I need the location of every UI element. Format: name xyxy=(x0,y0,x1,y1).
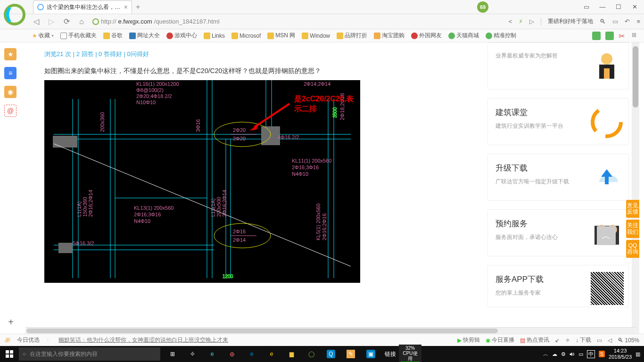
ime-indicator[interactable]: 中 xyxy=(587,350,595,358)
bookmark-item[interactable]: 品牌打折 xyxy=(337,32,367,40)
card-expert[interactable]: 业界最权威专家为您解答 xyxy=(487,42,629,90)
ime-icon[interactable]: S xyxy=(599,351,605,357)
cortana-search[interactable]: ○ 在这里输入你要搜索的内容 xyxy=(19,347,160,361)
bookmark-item[interactable]: Microsof xyxy=(231,33,261,39)
sidebar-fav-icon[interactable]: ★ xyxy=(4,48,17,60)
scrollbar-thumb[interactable] xyxy=(26,329,498,333)
notifications-icon[interactable]: ▥ xyxy=(636,351,640,357)
sidebar-weibo-icon[interactable]: ◉ xyxy=(4,86,17,98)
explorer-icon[interactable]: ▆ xyxy=(282,346,301,362)
feedback-tab[interactable]: 意见反馈 xyxy=(626,200,639,218)
flash-icon[interactable]: ⚡︎ xyxy=(519,18,523,25)
downloads[interactable]: ↓下载 xyxy=(576,336,591,344)
forward-button[interactable]: ▷ xyxy=(47,17,56,26)
bookmark-item[interactable]: 精准控制 xyxy=(486,32,516,40)
maximize-icon[interactable]: ☐ xyxy=(615,3,622,10)
folder-icon xyxy=(231,33,238,39)
tray-clock[interactable]: 14:23 2018/5/23 xyxy=(609,348,632,360)
headline-text[interactable]: 重磅利好终于落地 xyxy=(548,17,593,25)
new-tab-button[interactable]: + xyxy=(136,3,140,11)
bookmark-item[interactable]: 网址大全 xyxy=(129,32,160,40)
volume-icon[interactable]: 🔊︎ xyxy=(570,351,575,357)
vertical-scrollbar[interactable] xyxy=(632,42,639,334)
bookmark-item[interactable]: Links xyxy=(204,33,225,39)
minimize-icon[interactable]: — xyxy=(599,3,606,10)
quick-clip[interactable]: ▶快剪辑 xyxy=(457,336,480,344)
accelerator-badge[interactable]: 69 xyxy=(477,1,488,13)
status-icon[interactable]: ✧ xyxy=(565,337,570,344)
bookmark-item[interactable]: MSN 网 xyxy=(267,32,295,40)
site-icon xyxy=(374,33,380,39)
cpu-monitor[interactable]: 32%CPU使用 xyxy=(401,346,420,362)
status-icon[interactable]: ↙ xyxy=(555,337,560,344)
bookmark-item[interactable]: 手机收藏夹 xyxy=(60,32,97,40)
hot-news[interactable]: ▤热点资讯 xyxy=(520,336,549,344)
app-icon[interactable]: ◍ xyxy=(223,346,241,362)
share-icon[interactable]: < xyxy=(509,18,512,25)
reload-button[interactable]: ⟳ xyxy=(62,17,71,26)
ie-icon[interactable]: e xyxy=(262,346,281,362)
close-icon[interactable]: ✕ xyxy=(631,3,638,10)
card-course[interactable]: 建筑课堂 建筑行业实训教学第一平台 xyxy=(487,98,629,145)
favorites-button[interactable]: ★收藏▾ xyxy=(32,32,54,40)
app-icon[interactable]: Q xyxy=(322,346,340,362)
edge-icon[interactable]: e xyxy=(203,346,222,362)
bookmark-item[interactable]: 外国网友 xyxy=(411,32,442,40)
scissors-icon[interactable]: ✂ xyxy=(619,32,627,40)
address-bar: ◁ ▷ ⟳ ⌂ http://e.fwxgx.com/question_1842… xyxy=(0,14,644,29)
sidebar-add-button[interactable]: + xyxy=(5,316,17,328)
tray-icon[interactable]: ▭ xyxy=(578,351,583,357)
tray-icon[interactable]: ⚙ xyxy=(561,351,566,357)
task-view-icon[interactable]: ⊞ xyxy=(163,346,182,362)
app-icon[interactable]: ▣ xyxy=(361,346,380,362)
follow-tab[interactable]: 关注我们 xyxy=(626,220,639,238)
bookmark-item[interactable]: 天猫商城 xyxy=(448,32,479,40)
extensions-icon[interactable]: ▭ xyxy=(612,18,618,25)
scrollbar-thumb[interactable] xyxy=(633,46,638,107)
page-content: 浏览21 次 | 2 回答 | 0 答得好 | 0问得好 如图圈出来的梁集中标注… xyxy=(25,42,639,334)
mute-icon[interactable]: ◁ xyxy=(608,337,612,344)
svg-rect-71 xyxy=(6,354,9,358)
sidebar-news-icon[interactable]: ≡ xyxy=(4,67,17,79)
scroll-top-button[interactable]: ︿ xyxy=(597,226,616,245)
live-today[interactable]: ◉今日直播 xyxy=(486,336,514,344)
search-icon[interactable]: 🔍︎ xyxy=(600,18,606,25)
start-button[interactable] xyxy=(0,346,19,362)
card-upgrade[interactable]: 升级下载 广联达官方唯一指定升级下载 xyxy=(487,154,629,201)
bookmark-item[interactable]: 淘宝团购 xyxy=(374,32,405,40)
tool-icon[interactable] xyxy=(605,32,614,40)
bookmark-item[interactable]: Window xyxy=(302,33,330,39)
app-icon[interactable]: ❖ xyxy=(183,346,202,362)
horizontal-scrollbar[interactable] xyxy=(25,327,636,334)
menu-icon[interactable]: ≡ xyxy=(636,18,640,25)
status-icon[interactable]: ▭ xyxy=(597,337,602,344)
play-icon[interactable]: ▷ xyxy=(529,18,534,25)
tab-close-icon[interactable]: × xyxy=(124,3,128,11)
back-button[interactable]: ◁ xyxy=(32,17,41,26)
tray-up-icon[interactable]: ︿ xyxy=(543,351,548,358)
sidebar-at-icon[interactable]: @ xyxy=(4,105,17,117)
taskbar-apps: ⊞ ❖ e ◍ e e ▆ ◯ Q ✎ ▣ 链接 32%CPU使用 xyxy=(163,346,420,362)
app-icon[interactable]: ✎ xyxy=(341,346,360,362)
qq-tab[interactable]: QQ咨询 xyxy=(626,240,639,258)
browser-tab[interactable]: 这个梁的集中标注怎么看，是什... × xyxy=(33,0,132,14)
url-field[interactable]: http://e.fwxgx.com/question_1842187.html xyxy=(91,18,504,25)
headline-link[interactable]: 幽默笑话：他为什么没帮你，女神羞涩的说他白日上班没空晚上才来 xyxy=(58,336,228,344)
home-button[interactable]: ⌂ xyxy=(77,17,86,26)
360-icon[interactable]: ◯ xyxy=(302,346,321,362)
svg-text:N4Φ10: N4Φ10 xyxy=(292,171,308,177)
today-pick[interactable]: 今日优选 xyxy=(17,336,40,344)
tool-icon[interactable] xyxy=(592,32,601,40)
zoom-level[interactable]: 🔍︎ 105% xyxy=(618,337,639,344)
link-label[interactable]: 链接 xyxy=(381,346,400,362)
tray-icon[interactable]: ☁ xyxy=(552,351,557,357)
undo-icon[interactable]: ↶ xyxy=(625,18,630,25)
grid-icon[interactable]: ⊞ xyxy=(632,32,640,40)
settings-icon[interactable]: ▭ xyxy=(583,3,590,10)
browser-logo[interactable] xyxy=(3,3,26,26)
bookmark-item[interactable]: 游戏中心 xyxy=(166,32,197,40)
card-app[interactable]: 服务APP下载 您的掌上服务专家 xyxy=(487,265,629,307)
bookmark-item[interactable]: 谷歌 xyxy=(103,32,123,40)
edge-icon[interactable]: e xyxy=(242,346,261,362)
gift-icon[interactable]: 🎁︎ xyxy=(5,337,10,344)
